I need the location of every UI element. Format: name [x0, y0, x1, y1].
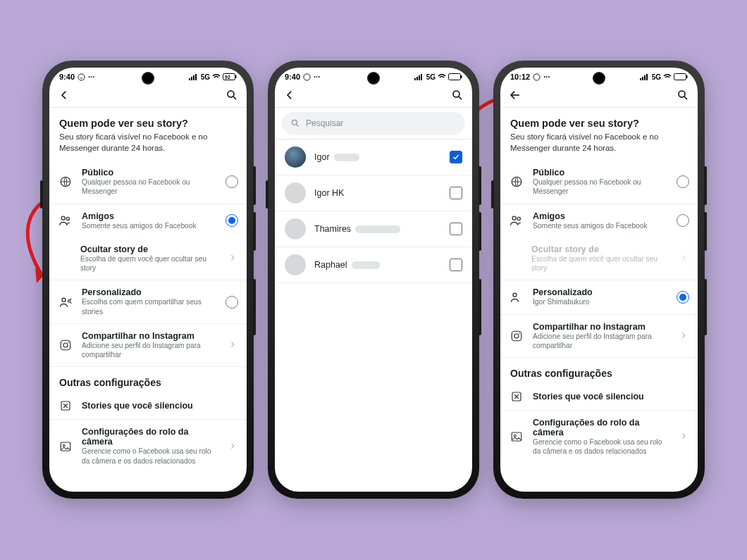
option-instagram[interactable]: Compartilhar no InstagramAdicione seu pe… — [49, 324, 247, 368]
option-muted[interactable]: Stories que você silenciou — [49, 392, 247, 420]
svg-point-8 — [228, 91, 234, 97]
svg-rect-3 — [193, 75, 195, 80]
signal-icon — [189, 73, 199, 80]
option-muted[interactable]: Stories que você silenciou — [500, 383, 698, 411]
battery-icon — [448, 73, 462, 80]
option-camera-roll[interactable]: Configurações do rolo da câmeraGerencie … — [500, 411, 698, 463]
search-placeholder: Pesquisar — [306, 118, 343, 128]
radio-public[interactable] — [677, 175, 689, 188]
svg-rect-6 — [235, 75, 237, 78]
user-name: Thamires — [314, 224, 441, 234]
avatar — [285, 182, 306, 204]
option-public[interactable]: PúblicoQualquer pessoa no Facebook ou Me… — [500, 161, 698, 204]
user-name: Raphael — [314, 260, 441, 270]
user-checkbox[interactable] — [450, 187, 462, 199]
status-time: 9:40 — [59, 73, 75, 81]
signal-icon — [640, 73, 650, 80]
battery-icon — [674, 73, 688, 80]
whatsapp-icon — [533, 73, 541, 81]
option-hide[interactable]: Ocultar story deEscolha de quem você que… — [49, 237, 247, 281]
user-row[interactable]: Igor — [275, 139, 472, 175]
svg-point-19 — [63, 444, 65, 447]
svg-rect-21 — [414, 78, 416, 80]
svg-point-16 — [68, 342, 69, 343]
back-arrow-icon[interactable] — [509, 89, 521, 101]
muted-icon — [58, 399, 73, 412]
svg-point-0 — [78, 73, 85, 80]
page-subtitle: Seu story ficará visível no Facebook e n… — [500, 132, 698, 161]
muted-icon — [509, 390, 524, 403]
radio-friends[interactable] — [226, 214, 238, 227]
search-icon — [290, 118, 300, 128]
redacted-text — [355, 225, 400, 233]
camera-hole — [143, 73, 153, 83]
back-icon[interactable] — [283, 89, 296, 101]
option-instagram[interactable]: Compartilhar no InstagramAdicione seu pe… — [500, 315, 698, 359]
page-title: Quem pode ver seu story? — [500, 108, 698, 132]
whatsapp-icon — [303, 73, 311, 81]
custom-people-icon — [58, 296, 73, 309]
status-net: 5G — [201, 73, 210, 81]
user-checkbox[interactable] — [450, 151, 462, 163]
chevron-right-icon — [228, 252, 238, 265]
svg-rect-14 — [61, 340, 70, 350]
user-row[interactable]: Igor HK — [275, 175, 472, 211]
user-checkbox[interactable] — [450, 259, 462, 271]
option-friends[interactable]: AmigosSomente seus amigos do Facebook — [49, 204, 247, 237]
search-icon[interactable] — [226, 89, 238, 101]
radio-public[interactable] — [226, 175, 238, 188]
svg-rect-26 — [461, 75, 462, 78]
radio-custom[interactable] — [226, 296, 238, 309]
globe-icon — [509, 175, 524, 188]
svg-rect-41 — [512, 331, 521, 341]
svg-point-20 — [304, 73, 310, 80]
chevron-right-icon — [228, 339, 238, 351]
svg-text:92: 92 — [225, 75, 230, 80]
image-icon — [509, 430, 524, 443]
wifi-icon — [212, 73, 221, 80]
image-icon — [58, 440, 73, 453]
svg-rect-34 — [674, 74, 686, 80]
svg-rect-31 — [642, 77, 643, 80]
svg-point-27 — [453, 91, 459, 97]
redacted-text — [352, 261, 380, 269]
svg-rect-4 — [195, 74, 197, 80]
option-camera-roll[interactable]: Configurações do rolo da câmeraGerencie … — [49, 420, 247, 473]
phone-2: 9:40 ··· 5G Pesquisar IgorIgor HKThamire… — [268, 61, 479, 499]
svg-rect-45 — [512, 433, 521, 441]
svg-rect-1 — [189, 78, 190, 80]
svg-rect-33 — [646, 74, 648, 80]
radio-friends[interactable] — [677, 214, 689, 227]
svg-point-38 — [512, 216, 516, 220]
option-friends[interactable]: AmigosSomente seus amigos do Facebook — [500, 204, 698, 237]
user-row[interactable]: Thamires — [275, 211, 472, 247]
user-checkbox[interactable] — [450, 223, 462, 235]
option-custom[interactable]: PersonalizadoIgor Shimabukuro — [500, 280, 698, 314]
svg-point-13 — [68, 299, 70, 301]
page-title: Quem pode ver seu story? — [49, 108, 247, 132]
section-other: Outras configurações — [49, 367, 247, 392]
search-input[interactable]: Pesquisar — [282, 112, 465, 135]
svg-point-10 — [61, 216, 65, 220]
option-hide: Ocultar story deEscolha de quem você que… — [500, 237, 698, 281]
instagram-icon — [509, 330, 524, 342]
avatar — [285, 254, 306, 275]
friends-icon — [509, 214, 524, 227]
chevron-right-icon — [679, 430, 689, 443]
user-row[interactable]: Raphael — [275, 247, 472, 283]
option-public[interactable]: PúblicoQualquer pessoa no Facebook ou Me… — [49, 161, 247, 204]
radio-custom[interactable] — [677, 291, 689, 304]
battery-icon: 92 — [223, 73, 237, 80]
svg-point-11 — [66, 218, 69, 220]
svg-rect-24 — [421, 74, 422, 80]
svg-point-28 — [292, 120, 297, 125]
search-icon[interactable] — [677, 89, 689, 101]
svg-point-46 — [514, 435, 516, 437]
option-custom[interactable]: PersonalizadoEscolha com quem compartilh… — [49, 280, 247, 324]
redacted-text — [334, 154, 359, 161]
back-icon[interactable] — [58, 89, 70, 101]
search-icon[interactable] — [451, 89, 464, 101]
svg-point-36 — [679, 91, 685, 97]
svg-point-12 — [62, 298, 66, 301]
svg-rect-18 — [61, 442, 70, 451]
